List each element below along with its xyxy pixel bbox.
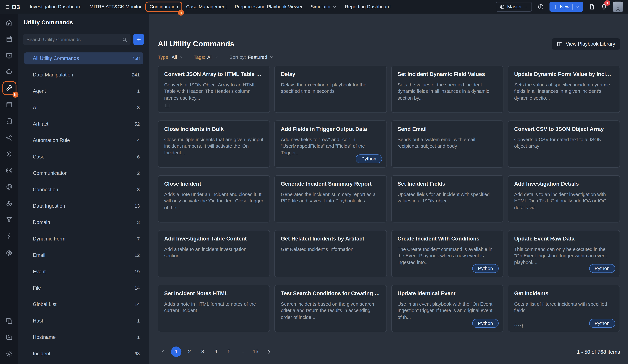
rail-item-web[interactable] <box>1 179 17 195</box>
nav-item-simulator[interactable]: Simulator <box>307 2 341 12</box>
sidebar-item-communication[interactable]: Communication2 <box>24 167 144 179</box>
category-label: Connection <box>33 187 58 192</box>
sidebar-item-dynamic-form[interactable]: Dynamic Form7 <box>24 233 144 245</box>
command-card-create-incident-with-conditions[interactable]: Create Incident With ConditionsThe Creat… <box>391 230 503 277</box>
category-label: Hash <box>33 318 44 324</box>
command-card-add-investigation-details[interactable]: Add Investigation DetailsAdd details to … <box>508 175 620 223</box>
nav-item-reporting-dashboard[interactable]: Reporting Dashboard <box>341 2 394 12</box>
rail-item-database[interactable] <box>1 113 17 129</box>
sidebar-item-connection[interactable]: Connection3 <box>24 184 144 195</box>
home-icon <box>5 19 13 26</box>
nav-item-mitre-att-ck-monitor[interactable]: MITRE ATT&CK Monitor <box>85 2 146 12</box>
command-card-convert-json-array-to-html-table-with[interactable]: Convert JSON Array to HTML Table with...… <box>158 66 270 113</box>
page-button-1[interactable]: 1 <box>171 347 181 357</box>
sidebar-item-agent[interactable]: Agent1 <box>24 85 144 97</box>
rail-item-spiral[interactable] <box>1 244 17 260</box>
playbook-icon <box>5 52 13 59</box>
command-card-get-related-incidents-by-artifact[interactable]: Get Related Incidents by ArtifactGet Rel… <box>274 230 387 277</box>
command-card-add-fields-in-trigger-output-data[interactable]: Add Fields in Trigger Output DataAdd new… <box>274 121 387 168</box>
rail-item-settings[interactable] <box>1 146 17 162</box>
page-button-4[interactable]: 4 <box>211 347 221 357</box>
page-ellipsis[interactable]: ... <box>237 347 248 357</box>
info-icon[interactable] <box>537 3 544 10</box>
command-card-close-incident[interactable]: Close IncidentAdds a note under an incid… <box>158 175 270 223</box>
command-card-delay[interactable]: DelayDelays the execution of playbook fo… <box>274 66 387 113</box>
command-card-update-event-raw-data[interactable]: Update Event Raw DataThis command can on… <box>508 230 620 277</box>
sidebar-item-hostname[interactable]: Hostname1 <box>24 331 144 343</box>
rail-item-settings-bottom[interactable] <box>1 345 17 362</box>
page-button-3[interactable]: 3 <box>197 347 208 357</box>
command-card-set-incident-dynamic-field-values[interactable]: Set Incident Dynamic Field ValuesSets th… <box>391 66 503 113</box>
sidebar-item-artifact[interactable]: Artifact52 <box>24 118 144 130</box>
search-box[interactable] <box>23 34 131 45</box>
nav-item-label: Preprocessing Playbook Viewer <box>235 4 303 9</box>
rail-item-playbook[interactable] <box>1 47 17 63</box>
add-command-button[interactable] <box>134 34 144 45</box>
command-card-update-identical-event[interactable]: Update Identical EventUse in an event pl… <box>391 285 503 332</box>
rail-item-integrations[interactable] <box>1 63 17 80</box>
command-card-send-email[interactable]: Send EmailSends out a system email with … <box>391 121 503 168</box>
nav-item-case-management[interactable]: Case Management <box>182 2 231 12</box>
sidebar-item-domain[interactable]: Domain3 <box>24 216 144 228</box>
page-button-2[interactable]: 2 <box>184 347 195 357</box>
user-avatar[interactable] <box>613 2 623 12</box>
rail-item-link-analysis[interactable] <box>1 129 17 146</box>
next-page-button[interactable] <box>263 347 274 357</box>
sidebar-item-automation-rule[interactable]: Automation Rule4 <box>24 134 144 146</box>
rail-item-copy[interactable] <box>1 312 17 329</box>
rail-item-utility-commands[interactable]: b <box>1 80 17 96</box>
sidebar-item-hash[interactable]: Hash1 <box>24 315 144 327</box>
sidebar-item-global-list[interactable]: Global List14 <box>24 299 144 310</box>
sidebar-item-incident[interactable]: Incident68 <box>24 348 144 360</box>
rail-item-folder[interactable] <box>1 329 17 345</box>
chevron-right-icon <box>266 349 271 354</box>
type-filter[interactable]: Type: All <box>158 54 183 60</box>
link-analysis-icon <box>5 134 13 141</box>
environment-selector[interactable]: Master <box>496 2 532 12</box>
sidebar-item-case[interactable]: Case6 <box>24 151 144 163</box>
rail-item-automation[interactable] <box>1 228 17 244</box>
view-playbook-library-label: View Playbook Library <box>566 41 615 47</box>
command-card-close-incidents-in-bulk[interactable]: Close Incidents in BulkClose multiple in… <box>158 121 270 168</box>
category-count: 68 <box>134 351 140 357</box>
view-playbook-library-button[interactable]: View Playbook Library <box>552 38 620 50</box>
sidebar-item-email[interactable]: Email12 <box>24 249 144 261</box>
category-label: All Utility Commands <box>33 56 79 61</box>
page-button-16[interactable]: 16 <box>250 347 261 357</box>
command-card-set-incident-fields[interactable]: Set Incident FieldsUpdates fields for an… <box>391 175 503 223</box>
command-card-add-investigation-table-content[interactable]: Add Investigation Table ContentAdd a tab… <box>158 230 270 277</box>
category-label: Data Ingestion <box>33 203 65 209</box>
nav-item-configuration[interactable]: Configurationa <box>146 2 182 12</box>
tags-filter[interactable]: Tags: All <box>194 54 219 60</box>
sidebar-item-ai[interactable]: AI3 <box>24 102 144 114</box>
rail-item-filter[interactable] <box>1 211 17 228</box>
new-button[interactable]: New <box>550 2 583 12</box>
command-card-get-incidents[interactable]: Get IncidentsGets a list of filtered inc… <box>508 285 620 332</box>
command-card-generate-incident-summary-report[interactable]: Generate Incident Summary ReportGenerate… <box>274 175 387 223</box>
sidebar-item-data-ingestion[interactable]: Data Ingestion13 <box>24 200 144 212</box>
rail-item-calendar[interactable] <box>1 31 17 47</box>
command-card-test-search-conditions-for-creating-inci[interactable]: Test Search Conditions for Creating Inci… <box>274 285 387 332</box>
sidebar-item-data-manipulation[interactable]: Data Manipulation241 <box>24 69 144 81</box>
command-card-set-incident-notes-html[interactable]: Set Incident Notes HTMLAdds a note in HT… <box>158 285 270 332</box>
notifications-button[interactable]: 1 <box>601 3 607 10</box>
page-button-5[interactable]: 5 <box>224 347 234 357</box>
rail-item-event-pipeline[interactable] <box>1 162 17 179</box>
category-count: 4 <box>137 138 140 143</box>
nav-item-preprocessing-playbook-viewer[interactable]: Preprocessing Playbook Viewer <box>231 2 307 12</box>
search-input[interactable] <box>26 37 122 42</box>
document-icon[interactable] <box>589 3 595 10</box>
command-card-update-dynamic-form-value-by-incident[interactable]: Update Dynamic Form Value by Incident...… <box>508 66 620 113</box>
prev-page-button[interactable] <box>158 347 168 357</box>
sidebar-item-all-utility-commands[interactable]: All Utility Commands768 <box>24 53 144 64</box>
rail-item-investigate[interactable] <box>1 195 17 211</box>
command-card-convert-csv-to-json-object-array[interactable]: Convert CSV to JSON Object ArrayConverts… <box>508 121 620 168</box>
body-row: b Utility Commands All Utility Commands7… <box>0 13 628 364</box>
category-label: Dynamic Form <box>33 236 65 242</box>
sidebar-item-event[interactable]: Event19 <box>24 266 144 278</box>
rail-item-forms[interactable] <box>1 96 17 113</box>
sort-filter[interactable]: Sort by: Featured <box>230 54 274 60</box>
nav-item-investigation-dashboard[interactable]: Investigation Dashboard <box>26 2 85 12</box>
sidebar-item-file[interactable]: File14 <box>24 282 144 294</box>
rail-item-home[interactable] <box>1 14 17 31</box>
